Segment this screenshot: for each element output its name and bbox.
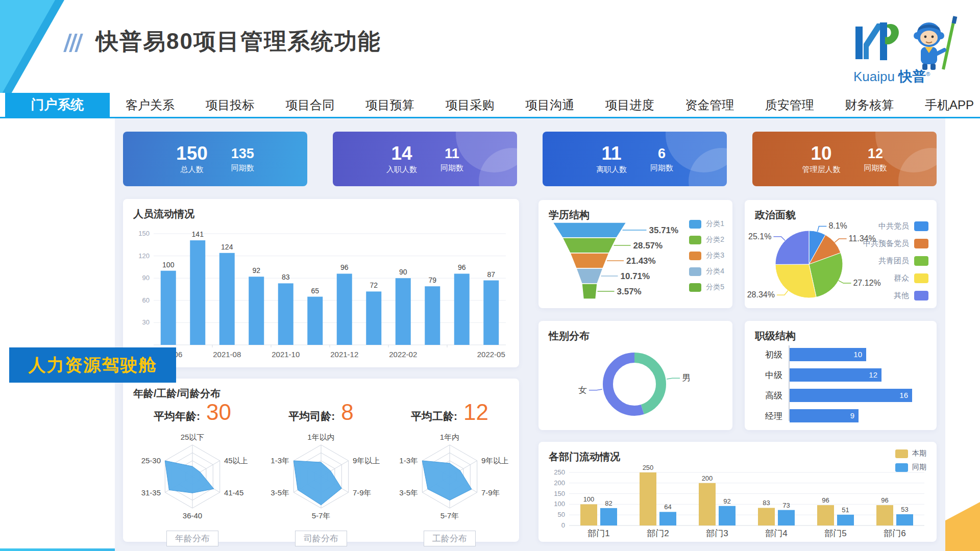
rank-bar: 12 <box>790 368 881 382</box>
legend-swatch <box>914 256 928 266</box>
kpi-value: 10 <box>802 143 841 164</box>
kpi-card-2: 14入职人数11同期数 <box>333 132 517 186</box>
svg-text:96: 96 <box>340 263 349 271</box>
radar-average: 平均司龄:8 <box>257 401 385 428</box>
nav-tab-4[interactable]: 项目预算 <box>365 97 414 113</box>
svg-text:9年以上: 9年以上 <box>353 456 380 465</box>
legend-item-分类1[interactable]: 分类1 <box>689 219 724 229</box>
legend-item-本期[interactable]: 本期 <box>895 449 926 458</box>
legend-swatch <box>914 273 928 283</box>
education-funnel-chart: 35.71%28.57%21.43%10.71%3.57% <box>546 220 678 306</box>
legend-item-中共预备党员[interactable]: 中共预备党员 <box>863 239 928 248</box>
kpi-value2: 12 <box>864 145 887 162</box>
svg-text:3.57%: 3.57% <box>617 287 642 296</box>
card-gender: 性别分布 男女 <box>538 321 732 430</box>
svg-text:3-5年: 3-5年 <box>271 488 289 497</box>
legend-label: 本期 <box>912 449 926 458</box>
svg-text:92: 92 <box>723 497 730 505</box>
nav-tab-portal[interactable]: 门户系统 <box>5 93 110 117</box>
legend-label: 分类3 <box>706 251 724 260</box>
legend-label: 群众 <box>894 273 909 283</box>
legend-item-中共党员[interactable]: 中共党员 <box>878 221 928 231</box>
svg-text:150: 150 <box>554 490 565 497</box>
kpi-card-3: 11离职人数6同期数 <box>543 132 727 186</box>
svg-text:100: 100 <box>583 495 595 503</box>
svg-text:25.1%: 25.1% <box>748 232 771 241</box>
kpi-compare-value: 12同期数 <box>864 145 887 173</box>
legend-label: 中共预备党员 <box>863 239 909 248</box>
radar-chart-2: 1年以内9年以上7-9年5-7年3-5年1-3年 <box>257 428 385 530</box>
legend-item-分类2[interactable]: 分类2 <box>689 235 724 244</box>
svg-text:96: 96 <box>822 496 829 504</box>
svg-text:1-3年: 1-3年 <box>271 456 289 465</box>
svg-text:250: 250 <box>554 468 565 476</box>
card-dept-flow: 各部门流动情况 05010015020025010082部门125064部门22… <box>538 442 937 542</box>
page: 快普易80项目管理系统功能 Kuaipu 快普® 门户系统 客户关系项 <box>0 0 980 551</box>
svg-text:96: 96 <box>458 263 466 271</box>
svg-text:8.1%: 8.1% <box>828 221 847 230</box>
svg-text:2021-12: 2021-12 <box>330 350 358 359</box>
kpi-label: 离职人数 <box>596 165 627 174</box>
nav-tab-3[interactable]: 项目合同 <box>285 97 334 113</box>
legend-item-其他[interactable]: 其他 <box>894 291 928 300</box>
rank-label: 高级 <box>756 390 782 402</box>
card-education: 学历结构 35.71%28.57%21.43%10.71%3.57% 分类1分类… <box>538 200 732 308</box>
svg-text:36-40: 36-40 <box>183 511 202 520</box>
rank-row-经理: 经理9 <box>756 406 924 426</box>
kpi-value: 150 <box>176 143 208 164</box>
svg-text:25-30: 25-30 <box>141 456 161 465</box>
education-legend: 分类1分类2分类3分类4分类5 <box>689 219 724 292</box>
svg-text:65: 65 <box>311 287 319 295</box>
legend-item-分类4[interactable]: 分类4 <box>689 267 724 276</box>
nav-tab-10[interactable]: 财务核算 <box>845 97 894 113</box>
svg-text:部门2: 部门2 <box>647 529 669 538</box>
radar-avg-value: 30 <box>206 401 231 423</box>
politics-legend: 中共党员中共预备党员共青团员群众其他 <box>863 221 928 300</box>
radar-col-2: 平均司龄:81年以内9年以上7-9年5-7年3-5年1-3年司龄分布 <box>257 401 385 546</box>
svg-text:82: 82 <box>605 499 612 507</box>
radar-tag-司龄分布[interactable]: 司龄分布 <box>295 531 347 546</box>
svg-text:73: 73 <box>782 502 790 509</box>
kpi-compare-value: 11同期数 <box>440 145 463 173</box>
chart-title: 学历结构 <box>538 200 732 222</box>
kpi-label2: 同期数 <box>440 163 463 173</box>
nav-tab-11[interactable]: 手机APP <box>925 97 974 113</box>
legend-item-分类3[interactable]: 分类3 <box>689 251 724 260</box>
kpi-label2: 同期数 <box>864 163 887 173</box>
svg-text:64: 64 <box>664 503 671 511</box>
legend-label: 共青团员 <box>878 256 909 266</box>
svg-text:120: 120 <box>138 252 150 260</box>
legend-item-群众[interactable]: 群众 <box>894 273 928 283</box>
radar-average: 平均工龄:12 <box>385 401 514 428</box>
legend-item-共青团员[interactable]: 共青团员 <box>878 256 928 266</box>
nav-tab-6[interactable]: 项目沟通 <box>525 97 574 113</box>
rank-row-高级: 高级16 <box>756 385 924 406</box>
nav-tab-2[interactable]: 项目投标 <box>206 97 255 113</box>
nav-tab-7[interactable]: 项目进度 <box>605 97 654 113</box>
radar-tag-工龄分布[interactable]: 工龄分布 <box>424 531 476 546</box>
svg-text:21.43%: 21.43% <box>626 256 656 266</box>
nav-tab-9[interactable]: 质安管理 <box>765 97 814 113</box>
nav-tab-8[interactable]: 资金管理 <box>685 97 734 113</box>
svg-text:7-9年: 7-9年 <box>481 488 500 497</box>
svg-text:35.71%: 35.71% <box>649 226 679 235</box>
chart-title: 职级结构 <box>745 321 937 343</box>
chart-title: 年龄/工龄/司龄分布 <box>123 379 519 400</box>
politics-pie-chart: 8.1%11.34%27.12%28.34%25.1% <box>756 219 868 306</box>
radar-tag-年龄分布[interactable]: 年龄分布 <box>166 531 218 546</box>
rank-value: 10 <box>853 348 862 361</box>
nav-tab-5[interactable]: 项目采购 <box>445 97 494 113</box>
legend-item-分类5[interactable]: 分类5 <box>689 283 724 292</box>
svg-text:5-7年: 5-7年 <box>440 511 459 520</box>
rank-bar-chart: 初级10中级12高级16经理9 <box>756 344 924 425</box>
svg-text:31-35: 31-35 <box>141 488 161 497</box>
radar-col-3: 平均工龄:121年内9年以上7-9年5-7年3-5年1-3年工龄分布 <box>385 401 514 546</box>
kpi-main-value: 14入职人数 <box>386 143 417 174</box>
kp-monogram-icon <box>853 15 900 66</box>
legend-item-同期[interactable]: 同期 <box>895 463 926 472</box>
hr-cockpit-label: 人力资源驾驶舱 <box>9 347 176 383</box>
card-politics: 政治面貌 8.1%11.34%27.12%28.34%25.1% 中共党员中共预… <box>745 200 937 308</box>
kpi-value2: 135 <box>231 145 254 162</box>
radar-chart-1: 25以下45以上41-4536-4031-3525-30 <box>128 428 257 530</box>
nav-tab-1[interactable]: 客户关系 <box>126 97 175 113</box>
